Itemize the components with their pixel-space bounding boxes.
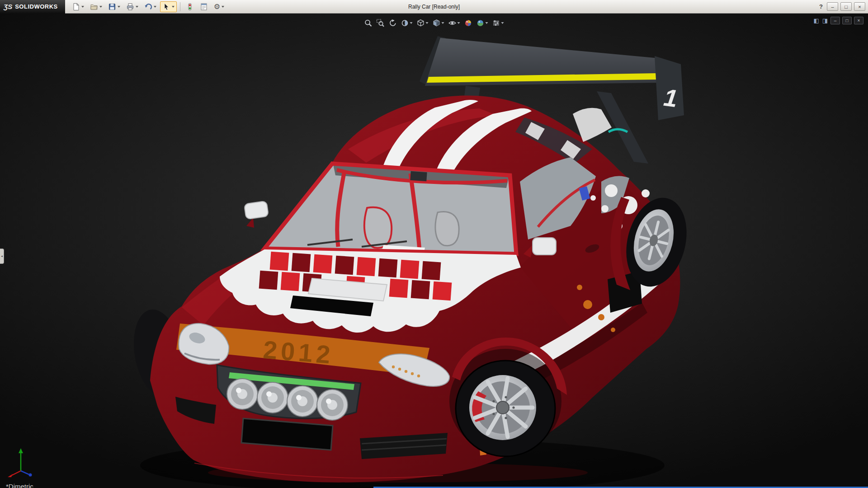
dropdown-caret[interactable]: [442, 22, 444, 24]
rear-view-mirror: [410, 171, 427, 181]
save-button[interactable]: [106, 1, 123, 12]
panel-collapse-tab[interactable]: ◂: [0, 249, 4, 264]
help-icon[interactable]: ?: [817, 3, 825, 10]
pane-left-icon[interactable]: ◧: [813, 18, 819, 23]
window-title: Rally Car [Read-only]: [408, 4, 460, 10]
view-settings-icon: [492, 19, 500, 27]
close-button[interactable]: ×: [854, 2, 865, 11]
document-window-controls: ◧ ◨ – □ ×: [813, 17, 863, 24]
gear-icon: ⚙: [214, 3, 220, 10]
file-properties-button[interactable]: [198, 1, 210, 12]
hood-year-text: 2012: [262, 335, 335, 369]
dropdown-caret[interactable]: [486, 22, 488, 24]
zoom-fit-icon: [364, 19, 373, 27]
rally-car-model[interactable]: 1: [0, 14, 868, 488]
center-cap: [496, 401, 509, 414]
orientation-triad: [6, 445, 35, 477]
save-floppy-icon: [108, 3, 116, 11]
dropdown-caret[interactable]: [222, 6, 224, 8]
display-style-button[interactable]: [433, 19, 444, 27]
new-document-button[interactable]: [70, 1, 86, 12]
zoom-area-icon: [377, 19, 385, 27]
open-document-button[interactable]: [88, 1, 104, 12]
undo-arrow-icon: [144, 3, 152, 11]
view-orientation-cube-icon: [417, 19, 425, 27]
view-orientation-label: *Dimetric: [6, 483, 33, 488]
doc-minimize-button[interactable]: –: [830, 17, 840, 24]
dropdown-caret[interactable]: [172, 6, 175, 8]
edit-appearance-button[interactable]: [464, 19, 472, 27]
solidworks-logo: ƷS SOLIDWORKS: [0, 0, 65, 14]
passenger-seat: [435, 212, 459, 246]
dropdown-caret[interactable]: [458, 22, 460, 24]
dropdown-caret[interactable]: [154, 6, 156, 8]
display-style-icon: [433, 19, 441, 27]
file-properties-icon: [200, 3, 208, 11]
titlebar-window-controls: ? – □ ×: [817, 2, 868, 11]
dropdown-caret[interactable]: [426, 22, 429, 24]
options-button[interactable]: ⚙: [212, 1, 226, 12]
previous-view-button[interactable]: [389, 19, 397, 27]
heads-up-view-toolbar: [364, 19, 504, 27]
dropdown-caret[interactable]: [99, 6, 102, 8]
graphics-viewport[interactable]: ◧ ◨ – □ × ◂: [0, 14, 868, 488]
dropdown-caret[interactable]: [501, 22, 504, 24]
section-view-button[interactable]: [401, 19, 413, 27]
appearance-ball-icon: [464, 19, 472, 27]
view-orientation-button[interactable]: [417, 19, 429, 27]
scene-sphere-icon: [476, 19, 485, 27]
driver-seat: [364, 207, 392, 248]
view-settings-button[interactable]: [492, 19, 504, 27]
eye-icon: [448, 19, 457, 27]
side-mirror-left: [244, 201, 269, 228]
brand-name: SOLIDWORKS: [15, 3, 58, 10]
select-cursor-icon: [162, 3, 170, 11]
maximize-button[interactable]: □: [840, 2, 852, 11]
doc-restore-button[interactable]: □: [842, 17, 852, 24]
toolbar-separator: [180, 2, 180, 11]
print-button[interactable]: [124, 1, 141, 12]
apply-scene-button[interactable]: [476, 19, 488, 27]
rebuild-stoplight-icon: [186, 3, 194, 11]
main-toolbar: ⚙: [70, 1, 226, 12]
pane-right-icon[interactable]: ◨: [822, 18, 828, 23]
minimize-button[interactable]: –: [827, 2, 838, 11]
titlebar: ƷS SOLIDWORKS: [0, 0, 868, 14]
previous-view-icon: [389, 19, 397, 27]
select-tool-button[interactable]: [160, 1, 177, 12]
brand-mark-icon: ƷS: [4, 3, 12, 10]
section-view-icon: [401, 19, 409, 27]
undo-button[interactable]: [142, 1, 159, 12]
print-icon: [126, 3, 134, 11]
rebuild-button[interactable]: [184, 1, 196, 12]
dropdown-caret[interactable]: [136, 6, 138, 8]
zoom-to-fit-button[interactable]: [364, 19, 373, 27]
doc-close-button[interactable]: ×: [854, 17, 863, 24]
dropdown-caret[interactable]: [81, 6, 84, 8]
dropdown-caret[interactable]: [118, 6, 120, 8]
open-folder-icon: [90, 3, 98, 11]
hide-show-items-button[interactable]: [448, 19, 460, 27]
zoom-to-area-button[interactable]: [377, 19, 385, 27]
new-document-icon: [72, 3, 80, 11]
dropdown-caret[interactable]: [410, 22, 413, 24]
